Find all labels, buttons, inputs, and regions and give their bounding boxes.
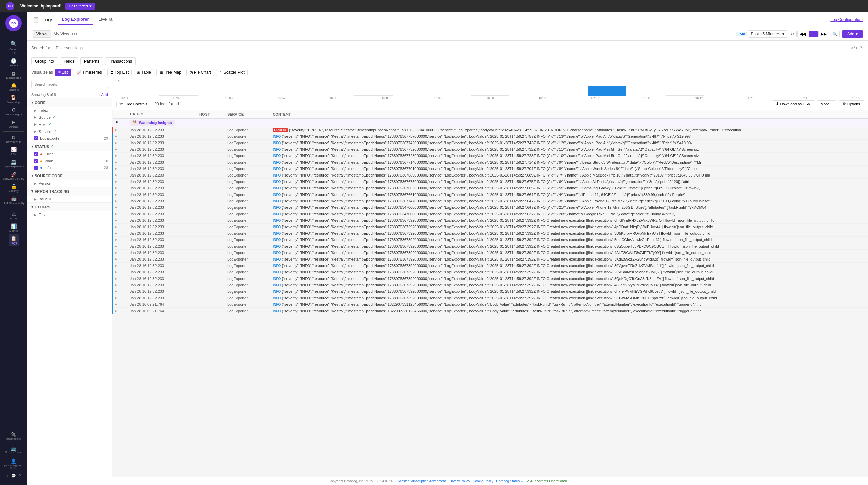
sidebar-search[interactable]: 🔍 Go to... × k — [7, 38, 20, 56]
row-expand-icon[interactable]: ▶ — [113, 204, 127, 211]
log-content[interactable]: INFO {"severity":"INFO","resource":"Kest… — [270, 217, 868, 224]
log-content[interactable]: INFO {"severity":"INFO","resource":"Kest… — [270, 166, 868, 172]
sidebar-item-integrations[interactable]: 🔌 Integrations — [5, 430, 22, 442]
help-icon[interactable]: ? — [19, 474, 21, 478]
log-content[interactable]: INFO {"severity":"INFO","resource":"Kest… — [270, 224, 868, 230]
table-row[interactable]: ▶Jan 28 16:12:32.233LogExporterINFO {"se… — [113, 191, 868, 198]
time-back-button[interactable]: ◀◀ — [797, 31, 808, 37]
log-content[interactable]: INFO {"severity":"INFO","resource":"Kest… — [270, 282, 868, 288]
log-content[interactable]: INFO {"severity":"INFO","resource":"Kest… — [270, 301, 868, 308]
time-pause-button[interactable]: ⏸ — [809, 31, 818, 37]
viz-piechart-button[interactable]: ◔ Pie Chart — [186, 69, 214, 76]
table-row[interactable]: ▶Jan 28 16:12:32.233LogExporterINFO {"se… — [113, 133, 868, 140]
log-content[interactable]: INFO {"severity":"INFO","resource":"Kest… — [270, 146, 868, 153]
sidebar-item-errors[interactable]: ⚠ Errors — [8, 210, 19, 222]
facet-group-error-tracking-header[interactable]: ▾ ERROR TRACKING — [27, 187, 112, 196]
table-row[interactable]: ▶Jan 28 16:09:21.764LogExporterINFO {"se… — [113, 308, 868, 314]
log-content[interactable]: INFO {"severity":"INFO","resource":"Kest… — [270, 237, 868, 243]
time-zoom-button[interactable]: 🔍 — [830, 31, 840, 37]
code-view-icon[interactable]: </> — [851, 45, 858, 51]
log-content[interactable]: INFO {"severity":"INFO","resource":"Kest… — [270, 308, 868, 314]
log-content[interactable]: INFO {"severity":"INFO","resource":"Kest… — [270, 269, 868, 275]
table-row[interactable]: ▶Jan 28 16:12:32.233LogExporterINFO {"se… — [113, 166, 868, 172]
table-row[interactable]: ▶Jan 28 16:12:32.233LogExporterINFO {"se… — [113, 140, 868, 146]
log-content[interactable]: INFO {"severity":"INFO","resource":"Kest… — [270, 263, 868, 269]
log-content[interactable]: INFO {"severity":"INFO","resource":"Kest… — [270, 153, 868, 159]
table-row[interactable]: ▶Jan 28 16:12:32.233LogExporterINFO {"se… — [113, 250, 868, 256]
table-row[interactable]: ▶Jan 28 16:12:32.233LogExporterINFO {"se… — [113, 204, 868, 211]
facet-item-version[interactable]: ▶ Version — [27, 180, 112, 187]
table-row[interactable]: ▶Jan 28 16:12:32.233LogExporterINFO {"se… — [113, 269, 868, 275]
table-row[interactable]: ▶Jan 28 16:12:32.233LogExporterINFO {"se… — [113, 230, 868, 237]
row-expand-icon[interactable]: ▶ — [113, 146, 127, 153]
facet-item-info[interactable]: ✓ ● Info 28 — [27, 164, 112, 171]
sidebar-item-digital-experience[interactable]: 💻 Digital Experience — [1, 157, 26, 170]
viz-treemap-button[interactable]: ▦ Tree Map — [156, 69, 184, 76]
sidebar-item-software-delivery[interactable]: 🚀 Software Delivery — [1, 170, 26, 182]
sidebar-item-apm[interactable]: 📈 APM — [9, 145, 18, 157]
sidebar-item-infrastructure[interactable]: 🖥 Infrastructure — [4, 133, 23, 145]
row-expand-icon[interactable]: ▶ — [113, 153, 127, 159]
sidebar-item-service-mgmt[interactable]: ⚙ Service Mgmt — [4, 105, 24, 118]
table-row[interactable]: ▶Jan 28 16:12:32.233LogExporterINFO {"se… — [113, 179, 868, 185]
table-row[interactable]: ▶Jan 28 16:12:32.233LogExporterINFO {"se… — [113, 217, 868, 224]
log-content[interactable]: INFO {"severity":"INFO","resource":"Kest… — [270, 140, 868, 146]
patterns-button[interactable]: Patterns — [80, 57, 103, 65]
facets-search-input[interactable] — [31, 81, 108, 88]
table-row[interactable]: ▶Jan 28 16:12:32.233LogExporterINFO {"se… — [113, 256, 868, 263]
facet-item-index[interactable]: ▶ Index — [27, 107, 112, 114]
row-expand-icon[interactable]: ▶ — [113, 308, 127, 314]
facet-group-status-header[interactable]: ▾ Status ✓ — [27, 142, 112, 151]
log-content[interactable]: INFO {"severity":"INFO","resource":"Kest… — [270, 250, 868, 256]
table-row[interactable]: ▶Jan 28 16:12:32.233LogExporterINFO {"se… — [113, 263, 868, 269]
facet-group-core-header[interactable]: ▾ CORE — [27, 98, 112, 107]
log-content[interactable]: INFO {"severity":"INFO","resource":"Kest… — [270, 204, 868, 211]
log-content[interactable]: INFO {"severity":"INFO","resource":"Kest… — [270, 133, 868, 140]
row-expand-icon[interactable]: ▶ — [113, 282, 127, 288]
log-content[interactable]: INFO {"severity":"INFO","resource":"Kest… — [270, 288, 868, 295]
row-expand-icon[interactable]: ▶ — [113, 295, 127, 301]
views-button[interactable]: Views — [33, 30, 51, 38]
facet-group-others-header[interactable]: ▾ OTHERS — [27, 203, 112, 211]
log-content[interactable]: INFO {"severity":"INFO","resource":"Kest… — [270, 230, 868, 237]
facet-item-host[interactable]: ▶ Host ✓ — [27, 121, 112, 128]
support-icon[interactable]: 💬 — [11, 474, 16, 478]
facet-item-service[interactable]: ▶ Service ✓ — [27, 128, 112, 135]
log-config-button[interactable]: Log Configuration — [830, 17, 863, 22]
facet-item-warn[interactable]: ✓ ● Warn 0 — [27, 157, 112, 164]
footer-link-status[interactable]: Datadog Status → — [496, 479, 524, 483]
sidebar-item-screen-share[interactable]: 📺 Screen Share — [4, 444, 24, 455]
row-expand-icon[interactable]: ▶ — [113, 217, 127, 224]
get-started-button[interactable]: Get Started ▾ — [65, 3, 95, 10]
viz-toplist-button[interactable]: ≣ Top List — [107, 69, 132, 76]
log-content[interactable]: INFO {"severity":"INFO","resource":"Kest… — [270, 179, 868, 185]
row-expand-icon[interactable]: ▶ — [113, 250, 127, 256]
search-input[interactable] — [53, 44, 848, 52]
row-expand-icon[interactable]: ▶ — [113, 230, 127, 237]
table-row[interactable]: ▶Jan 28 16:12:32.233LogExporterINFO {"se… — [113, 153, 868, 159]
fields-button[interactable]: Fields — [60, 57, 78, 65]
facet-item-logexporter[interactable]: ✓ LogExporter 29 — [27, 135, 112, 142]
table-row[interactable]: ▶Jan 28 16:12:32.233LogExporterERROR {"s… — [113, 127, 868, 133]
row-expand-icon[interactable]: ▶ — [113, 133, 127, 140]
add-button[interactable]: Add ▾ — [842, 30, 863, 38]
group-into-button[interactable]: Group into — [31, 57, 58, 65]
row-expand-icon[interactable]: ▶ — [113, 185, 127, 191]
sidebar-item-metrics[interactable]: 📊 Metrics — [7, 222, 20, 234]
table-row[interactable]: ▶Jan 28 16:12:32.233LogExporterINFO {"se… — [113, 198, 868, 204]
table-row[interactable]: ▶Jan 28 16:12:32.233LogExporterINFO {"se… — [113, 159, 868, 166]
col-service[interactable]: SERVICE — [225, 110, 270, 119]
sidebar-item-security[interactable]: 🔒 Security — [7, 182, 20, 194]
table-row[interactable]: ▶Jan 28 16:12:32.233LogExporterINFO {"se… — [113, 237, 868, 243]
sidebar-item-dashboards[interactable]: ▦ Dashboards — [4, 69, 22, 81]
more-button[interactable]: More... — [817, 100, 836, 107]
sidebar-item-recent[interactable]: 🕐 Recent — [7, 56, 19, 69]
facet-item-error[interactable]: ✓ ● Error 1 — [27, 151, 112, 157]
row-expand-icon[interactable]: ▶ — [113, 256, 127, 263]
log-content[interactable]: INFO {"severity":"INFO","resource":"Kest… — [270, 185, 868, 191]
log-content[interactable]: INFO {"severity":"INFO","resource":"Kest… — [270, 275, 868, 282]
row-expand-icon[interactable]: ▶ — [113, 172, 127, 179]
row-expand-icon[interactable]: ▶ — [113, 159, 127, 166]
transactions-button[interactable]: Transactions — [105, 57, 136, 65]
footer-link-cookie[interactable]: Cookie Policy — [473, 479, 493, 483]
